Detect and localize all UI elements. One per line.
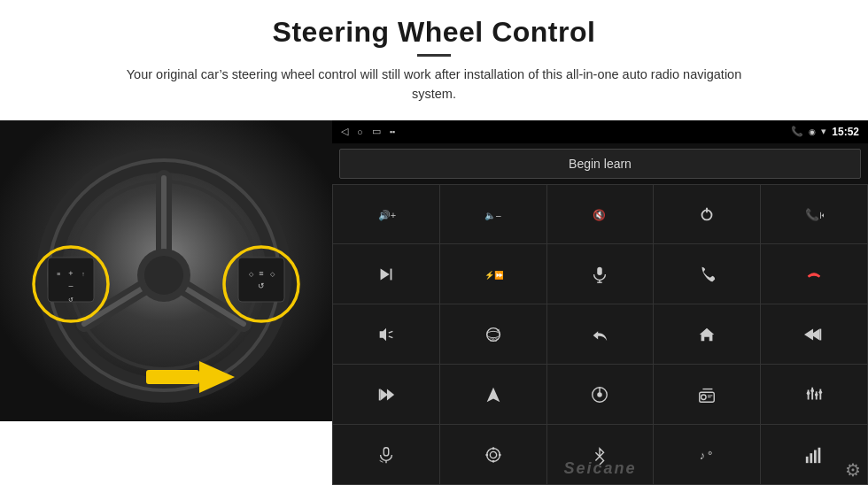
time-display: 15:52 [832, 126, 859, 138]
svg-point-5 [144, 256, 183, 295]
ctrl-bluetooth[interactable] [547, 425, 654, 484]
back-icon: ◁ [341, 126, 348, 137]
svg-text:♪: ♪ [700, 448, 705, 461]
svg-text:⚡⏩: ⚡⏩ [484, 270, 503, 281]
ctrl-music[interactable]: ♪ ⚙ [654, 425, 760, 484]
svg-point-58 [810, 389, 814, 392]
svg-rect-12 [238, 258, 284, 302]
svg-text:🔈–: 🔈– [484, 210, 501, 221]
ctrl-mute[interactable]: 🔇 [547, 185, 654, 244]
home-icon: ○ [357, 127, 363, 137]
svg-marker-41 [380, 389, 387, 400]
svg-rect-30 [598, 267, 603, 275]
svg-text:–: – [68, 281, 73, 290]
ctrl-eq[interactable] [761, 365, 867, 424]
head-unit-panel: ◁ ○ ▭ ▪▪ 📞 ◉ ▾ 15:52 Begin learn [332, 120, 868, 486]
svg-rect-19 [146, 370, 199, 384]
svg-line-63 [380, 460, 384, 462]
ctrl-mic[interactable] [547, 244, 654, 304]
steering-wheel-panel: + – ↺ ≡ ↑ ≡ ↺ ◇ ◇ [0, 120, 332, 421]
svg-text:↑: ↑ [81, 271, 85, 277]
svg-line-33 [389, 331, 393, 333]
status-bar-indicators: 📞 ◉ ▾ 15:52 [791, 126, 859, 138]
ctrl-home-nav[interactable] [654, 304, 760, 364]
ctrl-eject[interactable] [547, 365, 654, 424]
svg-text:⚙: ⚙ [708, 450, 712, 456]
svg-rect-72 [806, 456, 809, 462]
ctrl-skip-prev-end[interactable]: 📞⏮ [761, 185, 867, 244]
svg-point-65 [490, 451, 496, 458]
svg-text:≡: ≡ [57, 271, 60, 277]
svg-text:↺: ↺ [68, 296, 74, 303]
status-bar: ◁ ○ ▭ ▪▪ 📞 ◉ ▾ 15:52 [332, 120, 868, 143]
header-section: Steering Wheel Control Your original car… [0, 0, 868, 113]
svg-rect-75 [818, 447, 821, 462]
svg-point-60 [819, 390, 823, 394]
begin-learn-row: Begin learn [332, 143, 868, 184]
svg-rect-6 [48, 258, 94, 302]
svg-marker-44 [486, 387, 500, 402]
svg-marker-27 [380, 268, 389, 280]
svg-point-59 [815, 393, 818, 396]
page-container: Steering Wheel Control Your original car… [0, 0, 868, 485]
svg-text:📞⏮: 📞⏮ [805, 208, 824, 222]
location-icon: ◉ [809, 127, 816, 136]
steering-wheel-bg: + – ↺ ≡ ↑ ≡ ↺ ◇ ◇ [0, 120, 332, 421]
svg-text:+: + [68, 269, 73, 278]
gear-icon[interactable]: ⚙ [845, 459, 861, 481]
svg-text:🔊+: 🔊+ [378, 209, 396, 221]
svg-point-57 [807, 391, 810, 395]
ctrl-mic2[interactable] [333, 425, 439, 484]
ctrl-ff-x[interactable]: ⚡⏩ [440, 244, 546, 304]
ctrl-navigate[interactable] [440, 365, 546, 424]
status-bar-nav: ◁ ○ ▭ ▪▪ [341, 126, 395, 137]
begin-learn-button[interactable]: Begin learn [339, 149, 861, 179]
svg-rect-74 [814, 450, 817, 463]
notification-icon: ▪▪ [390, 127, 395, 136]
ctrl-fast-fwd[interactable] [333, 365, 439, 424]
ctrl-hang-up[interactable] [761, 244, 867, 304]
svg-text:360°: 360° [490, 338, 499, 343]
ctrl-skip-back[interactable] [761, 304, 867, 364]
svg-point-67 [492, 460, 494, 463]
ctrl-vol-down[interactable]: 🔈– [440, 185, 546, 244]
ctrl-power[interactable] [654, 185, 760, 244]
svg-line-34 [389, 336, 393, 338]
svg-rect-61 [384, 447, 389, 455]
svg-marker-39 [804, 328, 813, 340]
title-divider [417, 54, 451, 57]
svg-point-36 [486, 331, 500, 337]
svg-point-69 [499, 453, 501, 456]
ctrl-settings-round[interactable] [440, 425, 546, 484]
ctrl-vol-up[interactable]: 🔊+ [333, 185, 439, 244]
svg-text:↺: ↺ [258, 281, 265, 290]
svg-point-68 [485, 453, 488, 456]
page-title: Steering Wheel Control [53, 16, 815, 49]
content-section: + – ↺ ≡ ↑ ≡ ↺ ◇ ◇ [0, 120, 868, 486]
control-grid: 🔊+ 🔈– 🔇 📞 [332, 184, 868, 486]
wifi-icon: ▾ [821, 126, 826, 137]
ctrl-radio[interactable] [654, 365, 760, 424]
ctrl-phone[interactable] [654, 244, 760, 304]
ctrl-back-nav[interactable] [547, 304, 654, 364]
svg-text:≡: ≡ [259, 269, 263, 278]
svg-marker-42 [387, 389, 394, 400]
svg-point-49 [701, 395, 707, 400]
phone-status-icon: 📞 [791, 126, 803, 137]
subtitle-text: Your original car’s steering wheel contr… [124, 65, 744, 104]
ctrl-speaker[interactable] [333, 304, 439, 364]
recent-icon: ▭ [372, 126, 381, 137]
svg-point-64 [486, 448, 500, 461]
ctrl-360[interactable]: 360° [440, 304, 546, 364]
ctrl-next-track[interactable] [333, 244, 439, 304]
svg-point-66 [492, 447, 494, 450]
svg-rect-73 [810, 453, 813, 463]
svg-text:🔇: 🔇 [593, 208, 606, 221]
